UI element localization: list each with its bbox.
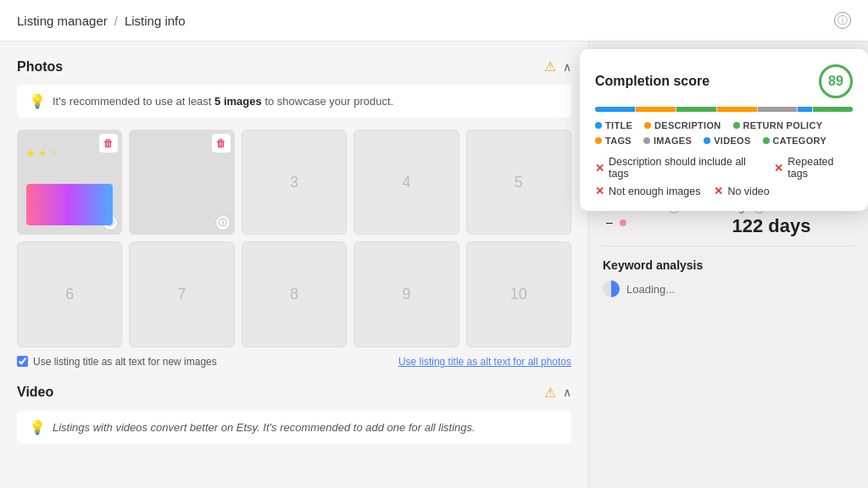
photos-section: Photos ⚠ ∧ 💡 It's recommended to use at … bbox=[17, 58, 571, 368]
breadcrumb-separator: / bbox=[114, 14, 118, 28]
image-cell-10[interactable]: 10 bbox=[466, 241, 571, 347]
legend-label-1: DESCRIPTION bbox=[654, 120, 721, 130]
video-warning-icon: ⚠ bbox=[544, 385, 556, 401]
issue-1-text: Description should include all tags bbox=[609, 156, 760, 180]
legend: TITLEDESCRIPTIONRETURN POLICYTAGSIMAGESV… bbox=[595, 120, 853, 146]
video-tip: 💡 Listings with videos convert better on… bbox=[17, 411, 571, 444]
photos-section-header: Photos ⚠ ∧ bbox=[17, 58, 571, 75]
stat-value-7: 122 days bbox=[732, 215, 852, 237]
image-grid: 🗑 ⓘ 🗑 ⓘ 3 4 5 bbox=[17, 130, 571, 347]
photos-title: Photos bbox=[17, 59, 63, 75]
issue-not-enough-images: ✕ Not enough images bbox=[595, 185, 700, 197]
legend-item-videos: VIDEOS bbox=[704, 136, 750, 146]
image-cell-2[interactable]: 🗑 ⓘ bbox=[129, 130, 234, 235]
image-4-num: 4 bbox=[402, 174, 410, 191]
image-9-num: 9 bbox=[402, 286, 410, 303]
image-6-num: 6 bbox=[65, 286, 74, 303]
legend-item-tags: TAGS bbox=[595, 136, 632, 146]
loading-row: Loading... bbox=[603, 280, 854, 297]
legend-label-0: TITLE bbox=[605, 120, 632, 130]
image-cell-7[interactable]: 7 bbox=[129, 241, 234, 347]
image-2-delete-btn[interactable]: 🗑 bbox=[212, 134, 231, 152]
legend-dot-5 bbox=[704, 137, 710, 144]
issue-repeated-tags: ✕ Repeated tags bbox=[774, 156, 853, 180]
image-cell-3[interactable]: 3 bbox=[242, 130, 347, 235]
image-cell-9[interactable]: 9 bbox=[353, 241, 459, 347]
image-3-num: 3 bbox=[290, 174, 298, 191]
photos-collapse-icon[interactable]: ∧ bbox=[563, 60, 571, 74]
popup-header: Completion score 89 bbox=[595, 64, 853, 98]
stat-value-6: – bbox=[606, 215, 726, 229]
legend-item-images: IMAGES bbox=[643, 136, 692, 146]
video-section: Video ⚠ ∧ 💡 Listings with videos convert… bbox=[17, 385, 571, 444]
progress-segments bbox=[595, 107, 853, 112]
alt-text-row: Use listing title as alt text for new im… bbox=[17, 356, 571, 368]
legend-dot-2 bbox=[733, 122, 740, 129]
video-tip-bulb-icon: 💡 bbox=[29, 419, 46, 435]
legend-item-return policy: RETURN POLICY bbox=[733, 120, 823, 130]
score-badge: 89 bbox=[819, 64, 853, 98]
x-icon-1: ✕ bbox=[595, 162, 604, 175]
image-cell-5[interactable]: 5 bbox=[466, 130, 571, 235]
alt-text-all-text[interactable]: Use listing title as alt text for all ph… bbox=[398, 356, 571, 368]
image-2-info-btn[interactable]: ⓘ bbox=[215, 215, 231, 230]
header-info-icon[interactable]: ⓘ bbox=[834, 12, 851, 29]
issue-2-text: Repeated tags bbox=[787, 156, 853, 180]
photos-tip-text: It's recommended to use at least 5 image… bbox=[53, 95, 393, 108]
alt-text-new-checkbox[interactable] bbox=[17, 356, 28, 367]
video-collapse-icon[interactable]: ∧ bbox=[563, 385, 571, 399]
legend-dot-0 bbox=[595, 122, 602, 129]
image-cell-4[interactable]: 4 bbox=[353, 130, 459, 235]
issue-4-text: No video bbox=[727, 186, 769, 197]
image-cell-1[interactable]: 🗑 ⓘ bbox=[17, 130, 122, 235]
progress-seg-4 bbox=[758, 107, 798, 112]
legend-label-2: RETURN POLICY bbox=[743, 120, 823, 130]
breadcrumb: Listing manager / Listing info bbox=[17, 14, 186, 28]
video-section-header: Video ⚠ ∧ bbox=[17, 385, 571, 401]
image-cell-8[interactable]: 8 bbox=[242, 241, 347, 347]
video-title: Video bbox=[17, 385, 53, 400]
issue-desc-tags: ✕ Description should include all tags bbox=[595, 156, 760, 180]
completion-popup: Completion score 89 TITLEDESCRIPTIONRETU… bbox=[580, 49, 868, 211]
issue-row-2: ✕ Not enough images ✕ No video bbox=[595, 185, 853, 197]
issue-no-video: ✕ No video bbox=[714, 185, 769, 197]
photos-icons: ⚠ ∧ bbox=[544, 58, 571, 75]
alt-text-new-label[interactable]: Use listing title as alt text for new im… bbox=[17, 356, 217, 368]
x-icon-3: ✕ bbox=[595, 185, 604, 197]
legend-item-category: CATEGORY bbox=[763, 136, 827, 146]
progress-seg-0 bbox=[595, 107, 635, 112]
header: Listing manager / Listing info ⓘ bbox=[0, 0, 868, 42]
image-1-delete-btn[interactable]: 🗑 bbox=[99, 134, 118, 152]
legend-dot-4 bbox=[643, 137, 650, 144]
image-8-num: 8 bbox=[290, 286, 298, 303]
photos-warning-icon: ⚠ bbox=[544, 58, 556, 75]
image-1-info-btn[interactable]: ⓘ bbox=[103, 215, 118, 230]
popup-title: Completion score bbox=[595, 74, 709, 89]
legend-label-3: TAGS bbox=[605, 136, 632, 146]
image-cell-6[interactable]: 6 bbox=[17, 241, 122, 347]
image-10-num: 10 bbox=[510, 286, 527, 303]
issue-row-1: ✕ Description should include all tags ✕ … bbox=[595, 156, 853, 180]
x-icon-2: ✕ bbox=[774, 162, 783, 175]
breadcrumb-listing-info: Listing info bbox=[125, 14, 186, 28]
image-5-num: 5 bbox=[515, 174, 523, 191]
image-7-num: 7 bbox=[178, 286, 186, 303]
legend-item-title: TITLE bbox=[595, 120, 632, 130]
breadcrumb-listing-manager[interactable]: Listing manager bbox=[17, 14, 108, 28]
left-panel: Photos ⚠ ∧ 💡 It's recommended to use at … bbox=[0, 42, 588, 488]
tip-bulb-icon: 💡 bbox=[29, 93, 46, 109]
legend-item-description: DESCRIPTION bbox=[644, 120, 721, 130]
video-icons: ⚠ ∧ bbox=[544, 385, 571, 401]
loading-text: Loading... bbox=[626, 283, 675, 296]
keyword-section: Keyword analysis Loading... bbox=[603, 258, 854, 297]
progress-bar bbox=[595, 107, 853, 112]
legend-dot-1 bbox=[644, 122, 651, 129]
x-icon-4: ✕ bbox=[714, 185, 723, 197]
legend-label-6: CATEGORY bbox=[773, 136, 827, 146]
video-tip-text: Listings with videos convert better on E… bbox=[53, 421, 476, 434]
progress-seg-1 bbox=[636, 107, 676, 112]
progress-seg-5 bbox=[798, 107, 812, 112]
progress-seg-3 bbox=[717, 107, 757, 112]
legend-dot-3 bbox=[595, 137, 602, 144]
photos-tip: 💡 It's recommended to use at least 5 ima… bbox=[17, 85, 571, 118]
